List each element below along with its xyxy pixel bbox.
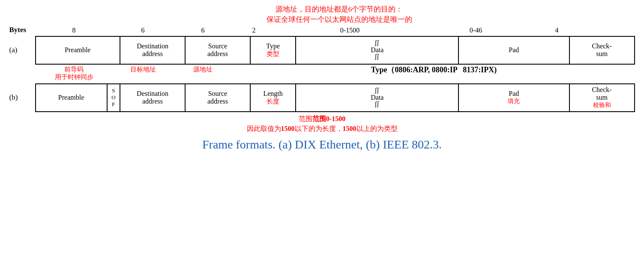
cell-a-preamble: Preamble xyxy=(36,36,120,64)
frame-b-section: (b) Preamble SOF Destinationaddress Sour… xyxy=(9,83,635,112)
bottom-note2: 因此取值为1500以下的为长度，1500以上的为类型 xyxy=(9,125,635,133)
main-container: 源地址，目的地址都是6个字节的目的： 保证全球任何一个以太网站点的地址是唯一的 … xyxy=(9,4,635,151)
cell-a-type: Type 类型 xyxy=(250,36,296,64)
checksum-cn: 校验和 xyxy=(571,101,633,109)
cell-a-dest: Destinationaddress xyxy=(120,36,185,64)
type-text: Type xyxy=(252,42,294,50)
page-title: Frame formats. (a) DIX Ethernet, (b) IEE… xyxy=(9,138,635,151)
byte-pad: 0-46 xyxy=(425,27,527,34)
top-annotation: 源地址，目的地址都是6个字节的目的： 保证全球任何一个以太网站点的地址是唯一的 xyxy=(44,4,635,25)
note2-bold2: 1500 xyxy=(343,125,356,132)
cell-a-checksum: Check-sum xyxy=(569,36,635,64)
length-cn: 长度 xyxy=(252,98,294,106)
note2-mid: 以下的为长度， xyxy=(295,125,343,132)
note2-bold1: 1500 xyxy=(281,125,295,132)
data-text-a: Data xyxy=(297,46,457,54)
bytes-row: Bytes 8 6 6 2 0-1500 0-46 4 xyxy=(9,26,635,34)
preamble-cn2: 用于时钟同步 xyxy=(35,73,113,81)
cell-b-length: Length 长度 xyxy=(250,84,296,112)
frame-b-table: Preamble SOF Destinationaddress Sourcead… xyxy=(35,83,635,112)
bytes-label: Bytes xyxy=(9,26,35,34)
cell-b-sof: SOF xyxy=(107,84,120,112)
byte-dest: 6 xyxy=(113,27,173,34)
annotation-line1: 源地址，目的地址都是6个字节的目的： xyxy=(44,4,635,15)
zigzag-a-top: ʃʃ xyxy=(297,40,457,46)
type-cn: 类型 xyxy=(252,50,294,58)
zigzag-b-top: ʃʃ xyxy=(297,88,457,94)
cell-a-src: Sourceaddress xyxy=(185,36,250,64)
byte-checksum: 4 xyxy=(527,27,587,34)
cell-b-src: Sourceaddress xyxy=(185,84,250,112)
ann-src-cn: 源地址 xyxy=(173,65,233,73)
frame-b-label: (b) xyxy=(9,93,35,102)
note1-text: 范围范围0-1500 xyxy=(299,115,345,122)
cell-b-pad: Pad 填充 xyxy=(458,84,569,112)
byte-type: 2 xyxy=(233,27,275,34)
byte-data: 0-1500 xyxy=(275,27,425,34)
length-text: Length xyxy=(252,90,294,98)
byte-src: 6 xyxy=(173,27,233,34)
note2-end: 以上的为类型 xyxy=(356,125,398,132)
note2-pre: 因此取值为 xyxy=(247,125,281,132)
ann-preamble-cn: 前导码 用于时钟同步 xyxy=(35,65,113,81)
annotation-row-a: 前导码 用于时钟同步 目标地址 源地址 Type（0806:ARP, 0800:… xyxy=(9,65,635,81)
zigzag-b-bottom: ʃʃ xyxy=(297,101,457,107)
cell-b-checksum: Check-sum 校验和 xyxy=(569,84,635,112)
ann-dest-cn: 目标地址 xyxy=(113,65,173,73)
frame-a-table: Preamble Destinationaddress Sourceaddres… xyxy=(35,36,635,65)
ann-content-a: 前导码 用于时钟同步 目标地址 源地址 Type（0806:ARP, 0800:… xyxy=(35,65,635,81)
pad-cn: 填充 xyxy=(460,98,568,105)
byte-preamble: 8 xyxy=(35,27,113,34)
cell-b-data: ʃʃ Data ʃʃ xyxy=(296,84,458,112)
bottom-note1: 范围范围0-1500 xyxy=(9,115,635,124)
frame-a-section: (a) Preamble Destinationaddress Sourcead… xyxy=(9,36,635,65)
type-bold-text: Type（0806:ARP, 0800:IP 8137:IPX) xyxy=(371,65,497,74)
pad-text: Pad xyxy=(460,90,568,98)
cell-b-dest: Destinationaddress xyxy=(120,84,185,112)
ann-type-info: Type（0806:ARP, 0800:IP 8137:IPX) xyxy=(233,65,635,75)
zigzag-a-bottom: ʃʃ xyxy=(297,54,457,60)
frame-a-label: (a) xyxy=(9,46,35,54)
cell-a-pad: Pad xyxy=(458,36,569,64)
cell-a-data: ʃʃ Data ʃʃ xyxy=(296,36,458,64)
note1-bold: 范围0-1500 xyxy=(312,115,345,122)
checksum-text: Check-sum xyxy=(571,86,633,101)
preamble-cn1: 前导码 xyxy=(35,65,113,73)
data-text-b: Data xyxy=(297,94,457,101)
annotation-line2: 保证全球任何一个以太网站点的地址是唯一的 xyxy=(44,15,635,25)
bytes-numbers: 8 6 6 2 0-1500 0-46 4 xyxy=(35,27,635,34)
cell-b-preamble: Preamble xyxy=(36,84,107,112)
